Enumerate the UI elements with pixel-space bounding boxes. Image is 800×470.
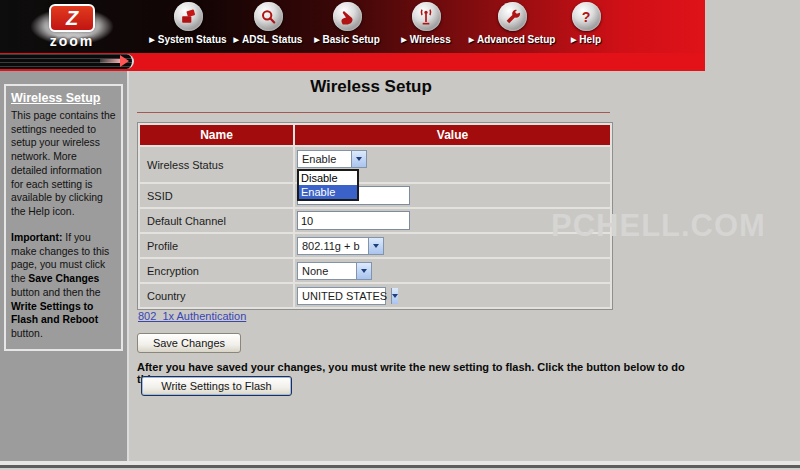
row-label-profile: Profile — [140, 234, 293, 257]
row-label-country: Country — [140, 284, 293, 307]
nav-label: Wireless — [410, 34, 451, 45]
nav-label: ADSL Status — [242, 34, 302, 45]
row-label-ssid: SSID — [140, 184, 293, 207]
wireless-status-select[interactable]: Enable — [297, 150, 367, 168]
page-title: Wireless Setup — [131, 77, 611, 97]
nav-arrow-icon: ▶ — [314, 36, 319, 43]
chevron-down-icon[interactable] — [391, 288, 398, 304]
nav-item-advanced-setup[interactable]: ▶Advanced Setup — [465, 2, 559, 52]
sidebar-help-box: Wireless Setup This page contains the se… — [4, 84, 123, 351]
table-row: SSID — [140, 184, 610, 207]
documents-icon — [174, 2, 203, 31]
settings-table: Name Value Wireless Status Enable Disabl… — [137, 122, 613, 310]
nav-arrow-icon: ▶ — [149, 36, 154, 43]
banner-red-strip — [0, 53, 705, 71]
country-select[interactable]: UNITED STATES — [297, 287, 386, 305]
table-row: Encryption None — [140, 259, 610, 282]
sidebar-spacer — [11, 219, 116, 231]
dropdown-option-enable[interactable]: Enable — [299, 185, 357, 199]
chevron-down-icon[interactable] — [351, 151, 366, 167]
antenna-icon — [412, 2, 441, 31]
sidebar-description: This page contains the settings needed t… — [11, 109, 116, 219]
nav-label: Help — [579, 34, 601, 45]
authentication-link[interactable]: 802_1x Authentication — [138, 310, 246, 322]
main-content: Wireless Setup Name Value Wireless Statu… — [131, 71, 800, 461]
nav-item-wireless[interactable]: ▶Wireless — [393, 2, 459, 52]
sidebar-important-note: Important: If you make changes to this p… — [11, 231, 116, 341]
nav-label: System Status — [158, 34, 227, 45]
profile-select[interactable]: 802.11g + b — [297, 237, 384, 255]
wireless-status-dropdown-list: Disable Enable — [297, 169, 359, 201]
save-changes-button[interactable]: Save Changes — [137, 333, 241, 353]
nav-item-adsl-status[interactable]: ▶ADSL Status — [230, 2, 306, 52]
row-label-default-channel: Default Channel — [140, 209, 293, 232]
nav-item-help[interactable]: ? ▶Help — [562, 2, 610, 52]
magnifier-icon — [254, 2, 283, 31]
nav-item-system-status[interactable]: ▶System Status — [145, 2, 231, 52]
table-header-row: Name Value — [140, 125, 610, 145]
nav-arrow-icon: ▶ — [401, 36, 406, 43]
hand-icon — [333, 2, 362, 31]
sidebar-heading: Wireless Setup — [11, 91, 116, 105]
table-row: Default Channel — [140, 209, 610, 232]
striped-arrow-bar — [0, 54, 134, 69]
table-row: Profile 802.11g + b — [140, 234, 610, 257]
zoom-logo-initial: Z — [66, 8, 78, 28]
question-icon: ? — [572, 2, 601, 31]
row-label-encryption: Encryption — [140, 259, 293, 282]
zoom-logo-word: zoom — [50, 33, 95, 49]
write-settings-button[interactable]: Write Settings to Flash — [141, 376, 292, 396]
title-divider — [137, 112, 610, 113]
table-row: Country UNITED STATES — [140, 284, 610, 307]
row-label-wireless-status: Wireless Status — [140, 147, 293, 182]
sidebar: Wireless Setup This page contains the se… — [0, 71, 129, 461]
table-row: Wireless Status Enable Disable Enable — [140, 147, 610, 182]
svg-text:?: ? — [582, 8, 591, 24]
chevron-down-icon[interactable] — [356, 263, 371, 279]
zoom-logo: Z zoom — [8, 0, 136, 53]
top-banner: Z zoom ▶System Status ▶ADSL Status ▶Basi… — [0, 0, 705, 53]
nav-label: Advanced Setup — [477, 34, 555, 45]
default-channel-input[interactable] — [297, 211, 410, 230]
nav-arrow-icon: ▶ — [234, 36, 239, 43]
nav-label: Basic Setup — [323, 34, 380, 45]
chevron-down-icon[interactable] — [368, 238, 383, 254]
arrow-tail — [100, 59, 122, 63]
important-label: Important: — [11, 232, 62, 243]
nav-item-basic-setup[interactable]: ▶Basic Setup — [310, 2, 384, 52]
nav-arrow-icon: ▶ — [469, 36, 474, 43]
dropdown-option-disable[interactable]: Disable — [299, 171, 357, 185]
header-name: Name — [140, 125, 293, 145]
header-value: Value — [295, 125, 610, 145]
nav-arrow-icon: ▶ — [571, 36, 576, 43]
right-arrow-icon — [120, 55, 129, 67]
watermark: PCHELL.COM — [551, 208, 766, 244]
wrench-icon — [498, 2, 527, 31]
encryption-select[interactable]: None — [297, 262, 372, 280]
zoom-logo-badge: Z — [49, 4, 95, 32]
